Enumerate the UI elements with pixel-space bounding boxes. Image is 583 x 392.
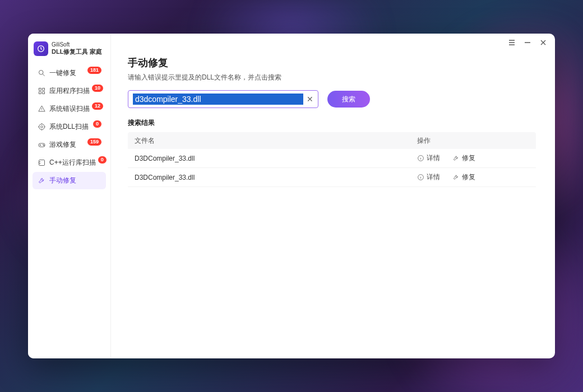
- badge: 0: [98, 156, 107, 164]
- cell-filename: D3DCompiler_33.dll: [135, 174, 417, 181]
- sidebar-item-label: C++运行库扫描: [49, 158, 96, 167]
- sidebar-item-sys-error-scan[interactable]: 系统错误扫描12: [33, 100, 106, 118]
- badge: 181: [87, 67, 101, 74]
- target-icon: [37, 123, 46, 132]
- brand-logo-icon: [34, 41, 48, 56]
- table-row: D3DCompiler_33.dll详情修复: [128, 149, 536, 168]
- badge: 0: [93, 120, 101, 128]
- sidebar-nav: 一键修复181应用程序扫描10系统错误扫描12系统DLL扫描0游戏修复159C+…: [28, 64, 110, 189]
- svg-point-7: [40, 126, 43, 128]
- sidebar-item-cpp-runtime-scan[interactable]: C++运行库扫描0: [33, 154, 106, 171]
- window-titlebar: [500, 34, 555, 52]
- minimize-icon[interactable]: [524, 39, 531, 46]
- sidebar-item-one-click-repair[interactable]: 一键修复181: [33, 64, 106, 82]
- info-icon: [417, 174, 424, 181]
- cpp-icon: [37, 158, 46, 167]
- repair-label: 修复: [462, 172, 475, 182]
- results-label: 搜索结果: [128, 118, 536, 128]
- page-title: 手动修复: [128, 56, 536, 69]
- svg-rect-2: [39, 88, 41, 91]
- close-icon[interactable]: [539, 39, 547, 46]
- svg-rect-11: [39, 160, 44, 166]
- svg-rect-3: [42, 88, 44, 91]
- menu-icon[interactable]: [508, 39, 516, 46]
- brand-line2: DLL修复工具 家庭: [52, 48, 102, 55]
- repair-label: 修复: [462, 153, 475, 163]
- search-button[interactable]: 搜索: [327, 91, 370, 108]
- svg-point-9: [43, 144, 43, 145]
- detail-button[interactable]: 详情: [417, 153, 440, 163]
- svg-rect-5: [42, 92, 44, 94]
- sidebar-item-label: 应用程序扫描: [49, 86, 90, 96]
- repair-button[interactable]: 修复: [452, 172, 475, 182]
- sidebar-item-manual-repair[interactable]: 手动修复: [33, 172, 106, 189]
- brand-line1: GiliSoft: [52, 41, 102, 48]
- svg-point-1: [39, 71, 43, 75]
- table-body: D3DCompiler_33.dll详情修复D3DCompiler_33.dll…: [128, 149, 536, 187]
- brand: GiliSoft DLL修复工具 家庭: [28, 41, 110, 64]
- detail-label: 详情: [427, 153, 440, 163]
- results-table: 文件名 操作 D3DCompiler_33.dll详情修复D3DCompiler…: [128, 132, 536, 187]
- wrench-icon: [452, 155, 460, 162]
- sidebar-item-game-repair[interactable]: 游戏修复159: [33, 136, 106, 153]
- sidebar-item-label: 系统错误扫描: [49, 104, 90, 114]
- warning-scan-icon: [37, 105, 46, 114]
- search-input[interactable]: [133, 94, 303, 105]
- search-row: ✕ 搜索: [128, 90, 536, 108]
- repair-button[interactable]: 修复: [452, 153, 475, 163]
- detail-label: 详情: [427, 172, 440, 182]
- brand-text: GiliSoft DLL修复工具 家庭: [52, 41, 102, 55]
- tools-icon: [37, 176, 46, 185]
- gamepad-icon: [37, 141, 46, 150]
- badge: 159: [87, 138, 101, 146]
- app-window: GiliSoft DLL修复工具 家庭 一键修复181应用程序扫描10系统错误扫…: [28, 34, 555, 358]
- magnify-gear-icon: [37, 69, 46, 78]
- sidebar-item-label: 游戏修复: [49, 140, 85, 150]
- sidebar-item-app-scan[interactable]: 应用程序扫描10: [33, 82, 106, 100]
- page-subtitle: 请输入错误提示里提及的DLL文件名称，并点击搜索: [128, 73, 536, 82]
- grid-scan-icon: [37, 87, 46, 96]
- svg-rect-4: [39, 92, 41, 94]
- col-header-action: 操作: [417, 136, 529, 146]
- sidebar-item-sys-dll-scan[interactable]: 系统DLL扫描0: [33, 118, 106, 136]
- info-icon: [417, 155, 424, 162]
- search-box: ✕: [128, 90, 318, 108]
- cell-filename: D3DCompiler_33.dll: [135, 155, 417, 162]
- table-row: D3DCompiler_33.dll详情修复: [128, 168, 536, 187]
- badge: 10: [92, 85, 103, 92]
- wrench-icon: [452, 174, 460, 181]
- clear-icon[interactable]: ✕: [307, 95, 313, 104]
- sidebar-item-label: 一键修复: [49, 68, 85, 78]
- svg-point-6: [39, 124, 44, 130]
- badge: 12: [92, 102, 103, 110]
- main-panel: 手动修复 请输入错误提示里提及的DLL文件名称，并点击搜索 ✕ 搜索 搜索结果 …: [111, 34, 555, 358]
- svg-point-10: [43, 145, 44, 146]
- col-header-name: 文件名: [135, 136, 417, 146]
- sidebar: GiliSoft DLL修复工具 家庭 一键修复181应用程序扫描10系统错误扫…: [28, 34, 111, 358]
- sidebar-item-label: 手动修复: [49, 176, 101, 185]
- table-header: 文件名 操作: [128, 132, 536, 149]
- detail-button[interactable]: 详情: [417, 172, 440, 182]
- sidebar-item-label: 系统DLL扫描: [49, 122, 91, 132]
